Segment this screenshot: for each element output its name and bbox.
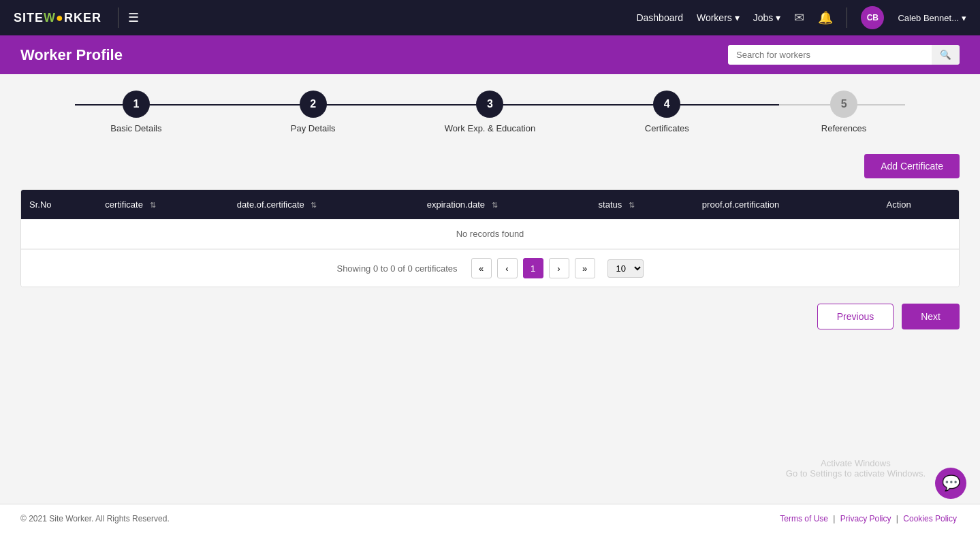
first-page-button[interactable]: « bbox=[471, 258, 492, 278]
col-expiration-date: expiration.date ⇅ bbox=[419, 190, 590, 219]
table-header-row: Sr.No certificate ⇅ date.of.certificate … bbox=[21, 190, 959, 219]
col-status: status ⇅ bbox=[590, 190, 694, 219]
no-records-row: No records found bbox=[21, 219, 959, 249]
step-4-circle: 4 bbox=[653, 91, 680, 118]
navbar-right: Dashboard Workers ▾ Jobs ▾ ✉ 🔔 CB Caleb … bbox=[636, 6, 966, 29]
previous-button[interactable]: Previous bbox=[817, 304, 894, 329]
certificates-table-container: Sr.No certificate ⇅ date.of.certificate … bbox=[20, 189, 960, 287]
search-input[interactable] bbox=[728, 45, 932, 65]
hamburger-icon[interactable]: ☰ bbox=[128, 10, 139, 25]
sort-expiration-icon[interactable]: ⇅ bbox=[492, 201, 498, 209]
site-logo: SITEW●RKER bbox=[14, 11, 101, 25]
col-certificate: certificate ⇅ bbox=[97, 190, 229, 219]
search-button[interactable]: 🔍 bbox=[932, 45, 960, 65]
logo-o: W bbox=[44, 11, 56, 25]
bell-icon[interactable]: 🔔 bbox=[818, 10, 833, 25]
user-info[interactable]: Caleb Bennet... ▾ bbox=[898, 13, 966, 23]
stepper: 1 Basic Details 2 Pay Details 3 Work Exp… bbox=[20, 91, 960, 133]
step-4-label: Certificates bbox=[645, 123, 689, 133]
step-2-label: Pay Details bbox=[291, 123, 336, 133]
nav-divider bbox=[118, 7, 118, 28]
step-2[interactable]: 2 Pay Details bbox=[225, 91, 402, 133]
per-page-select[interactable]: 10 25 50 bbox=[607, 259, 644, 278]
workers-chevron-icon: ▾ bbox=[735, 12, 740, 23]
sort-certificate-icon[interactable]: ⇅ bbox=[150, 201, 156, 209]
workers-link[interactable]: Workers ▾ bbox=[697, 12, 740, 23]
sort-status-icon[interactable]: ⇅ bbox=[629, 201, 635, 209]
dashboard-link[interactable]: Dashboard bbox=[636, 12, 683, 23]
page-1-button[interactable]: 1 bbox=[523, 258, 543, 278]
step-5-circle: 5 bbox=[830, 91, 857, 118]
page-title: Worker Profile bbox=[20, 46, 123, 64]
sort-date-icon[interactable]: ⇅ bbox=[311, 201, 317, 209]
step-5[interactable]: 5 References bbox=[755, 91, 932, 133]
step-1[interactable]: 1 Basic Details bbox=[48, 91, 225, 133]
mail-icon[interactable]: ✉ bbox=[794, 10, 804, 25]
next-button[interactable]: Next bbox=[902, 304, 960, 329]
navbar: SITEW●RKER ☰ Dashboard Workers ▾ Jobs ▾ … bbox=[0, 0, 980, 35]
step-5-label: References bbox=[821, 123, 866, 133]
step-3-circle: 3 bbox=[476, 91, 503, 118]
pagination-info: Showing 0 to 0 of 0 certificates bbox=[336, 263, 457, 274]
no-records-text: No records found bbox=[21, 219, 959, 249]
step-1-label: Basic Details bbox=[110, 123, 161, 133]
search-bar: 🔍 bbox=[728, 45, 960, 65]
col-action: Action bbox=[879, 190, 959, 219]
step-4[interactable]: 4 Certificates bbox=[578, 91, 755, 133]
step-3-label: Work Exp. & Education bbox=[445, 123, 535, 133]
nav-buttons: Previous Next bbox=[20, 304, 960, 329]
col-date-of-certificate: date.of.certificate ⇅ bbox=[229, 190, 419, 219]
add-certificate-button[interactable]: Add Certificate bbox=[864, 154, 960, 178]
step-2-circle: 2 bbox=[300, 91, 327, 118]
jobs-chevron-icon: ▾ bbox=[776, 12, 780, 23]
logo-dot: ● bbox=[56, 11, 64, 25]
certificates-table: Sr.No certificate ⇅ date.of.certificate … bbox=[21, 190, 959, 249]
page-header: Worker Profile 🔍 bbox=[0, 35, 980, 74]
step-1-circle: 1 bbox=[123, 91, 150, 118]
user-chevron-icon: ▾ bbox=[962, 13, 966, 23]
col-sr-no: Sr.No bbox=[21, 190, 97, 219]
jobs-link[interactable]: Jobs ▾ bbox=[753, 12, 781, 23]
prev-page-button[interactable]: ‹ bbox=[497, 258, 518, 278]
avatar[interactable]: CB bbox=[861, 6, 884, 29]
next-page-button[interactable]: › bbox=[549, 258, 569, 278]
pagination-row: Showing 0 to 0 of 0 certificates « ‹ 1 ›… bbox=[21, 249, 959, 287]
col-proof-of-certification: proof.of.certification bbox=[694, 190, 879, 219]
nav-divider-2 bbox=[847, 7, 847, 28]
last-page-button[interactable]: » bbox=[575, 258, 595, 278]
main-content: 1 Basic Details 2 Pay Details 3 Work Exp… bbox=[0, 74, 980, 483]
step-3[interactable]: 3 Work Exp. & Education bbox=[402, 91, 579, 133]
